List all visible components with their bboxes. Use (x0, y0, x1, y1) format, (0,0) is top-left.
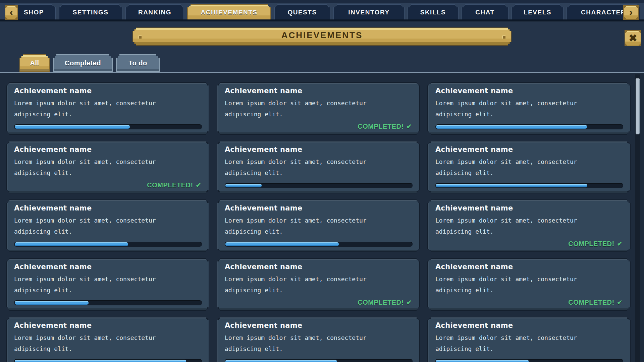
close-icon: ✖ (625, 30, 641, 46)
achievement-title: Achievement name (14, 263, 209, 271)
progress-bar-fill (436, 184, 587, 187)
nav-scroll-left-button[interactable]: ‹ (5, 5, 18, 20)
achievement-title: Achievement name (225, 321, 420, 329)
achievement-card: Achievement name Lorem ipsum dolor sit a… (217, 141, 420, 193)
achievement-title: Achievement name (435, 204, 631, 212)
nav-scroll-right-button[interactable]: › (623, 5, 639, 20)
achievement-card: Achievement name Lorem ipsum dolor sit a… (217, 82, 420, 135)
scrollbar-thumb[interactable] (636, 78, 640, 134)
achievement-card: Achievement name Lorem ipsum dolor sit a… (427, 199, 631, 252)
rivet-icon (502, 36, 505, 39)
achievement-title: Achievement name (435, 145, 631, 154)
achievement-description: Lorem ipsum dolor sit amet, consectetur … (14, 215, 178, 237)
achievement-footer: ✔ (225, 358, 413, 362)
panel-title-banner: ACHIEVEMENTS (132, 27, 512, 46)
achievement-card: Achievement name Lorem ipsum dolor sit a… (6, 82, 209, 135)
nav-tab-ranking[interactable]: RANKING (125, 4, 184, 21)
progress-bar (225, 183, 413, 188)
nav-tab-achievements[interactable]: ACHIEVEMENTS (187, 4, 271, 21)
achievement-description: Lorem ipsum dolor sit amet, consectetur … (435, 332, 600, 354)
achievement-description: Lorem ipsum dolor sit amet, consectetur … (435, 215, 600, 237)
completed-label: COMPLETED! (358, 299, 404, 306)
achievement-footer: ✔ (225, 182, 413, 189)
achievement-footer: COMPLETED! ✔ (435, 240, 623, 248)
achievement-footer: ✔ (225, 240, 413, 248)
achievement-card: Achievement name Lorem ipsum dolor sit a… (427, 317, 631, 362)
nav-tab-chat[interactable]: CHAT (462, 4, 508, 21)
progress-bar (225, 359, 413, 362)
close-button[interactable]: ✖ (625, 30, 641, 46)
progress-bar (14, 242, 202, 247)
nav-tab-inventory[interactable]: INVENTORY (333, 4, 405, 21)
completed-label: COMPLETED! (568, 299, 614, 306)
progress-bar-fill (436, 125, 587, 129)
nav-tab-shop[interactable]: SHOP (12, 4, 56, 21)
progress-bar-fill (15, 125, 130, 129)
achievement-title: Achievement name (14, 204, 209, 212)
achievements-grid: Achievement name Lorem ipsum dolor sit a… (6, 82, 631, 362)
achievement-description: Lorem ipsum dolor sit amet, consectetur … (435, 156, 600, 178)
achievement-description: Lorem ipsum dolor sit amet, consectetur … (14, 332, 178, 354)
achievement-card: Achievement name Lorem ipsum dolor sit a… (217, 199, 420, 252)
check-icon: ✔ (196, 182, 201, 189)
nav-tab-settings[interactable]: SETTINGS (59, 4, 122, 21)
progress-bar-fill (15, 360, 186, 362)
panel-header: ACHIEVEMENTS ✖ AllCompletedTo do (0, 22, 644, 73)
completed-badge: COMPLETED! ✔ (568, 299, 623, 306)
achievement-description: Lorem ipsum dolor sit amet, consectetur … (14, 274, 178, 296)
achievement-description: Lorem ipsum dolor sit amet, consectetur … (225, 274, 389, 296)
filter-tab-completed[interactable]: Completed (53, 54, 113, 72)
completed-badge: COMPLETED! ✔ (358, 299, 412, 306)
achievement-card: Achievement name Lorem ipsum dolor sit a… (6, 317, 209, 362)
progress-bar (14, 300, 202, 305)
completed-label: COMPLETED! (568, 240, 614, 248)
achievements-grid-wrap: Achievement name Lorem ipsum dolor sit a… (0, 74, 644, 362)
check-icon: ✔ (407, 299, 412, 306)
page-title: ACHIEVEMENTS (132, 27, 512, 43)
achievements-screen: SHOPSETTINGSRANKINGACHIEVEMENTSQUESTSINV… (0, 0, 644, 362)
achievement-footer: COMPLETED! ✔ (435, 299, 623, 306)
chevron-left-icon: ‹ (5, 5, 18, 20)
nav-tabs: SHOPSETTINGSRANKINGACHIEVEMENTSQUESTSINV… (12, 4, 640, 21)
scrollbar-track[interactable] (635, 74, 640, 362)
progress-bar (225, 242, 413, 247)
achievement-title: Achievement name (14, 321, 209, 329)
rivet-icon (139, 36, 142, 39)
check-icon: ✔ (617, 241, 623, 247)
progress-bar (14, 124, 202, 129)
achievement-title: Achievement name (435, 87, 631, 95)
completed-badge: COMPLETED! ✔ (147, 181, 201, 189)
achievement-footer: COMPLETED! ✔ (14, 182, 202, 189)
chevron-right-icon: › (623, 5, 639, 20)
achievement-description: Lorem ipsum dolor sit amet, consectetur … (14, 98, 178, 120)
achievement-card: Achievement name Lorem ipsum dolor sit a… (6, 141, 209, 193)
achievement-footer: COMPLETED! ✔ (225, 299, 413, 306)
nav-tab-quests[interactable]: QUESTS (274, 4, 330, 21)
progress-bar (14, 359, 202, 362)
filter-tab-all[interactable]: All (19, 54, 50, 72)
achievement-title: Achievement name (225, 204, 420, 212)
achievement-title: Achievement name (225, 145, 420, 154)
progress-bar (435, 183, 623, 188)
completed-label: COMPLETED! (147, 181, 193, 189)
achievement-card: Achievement name Lorem ipsum dolor sit a… (6, 258, 209, 311)
achievement-title: Achievement name (14, 87, 209, 95)
nav-tab-levels[interactable]: LEVELS (512, 4, 564, 21)
achievement-description: Lorem ipsum dolor sit amet, consectetur … (225, 332, 389, 354)
achievement-footer: ✔ (435, 182, 623, 189)
progress-bar-fill (15, 301, 89, 305)
nav-tab-skills[interactable]: SKILLS (408, 4, 459, 21)
achievement-description: Lorem ipsum dolor sit amet, consectetur … (225, 215, 389, 237)
check-icon: ✔ (617, 299, 623, 306)
achievement-description: Lorem ipsum dolor sit amet, consectetur … (435, 98, 600, 120)
filter-tab-to-do[interactable]: To do (116, 54, 160, 72)
completed-badge: COMPLETED! ✔ (358, 123, 412, 130)
achievement-footer: ✔ (14, 123, 202, 130)
achievement-footer: ✔ (14, 358, 202, 362)
achievement-description: Lorem ipsum dolor sit amet, consectetur … (14, 156, 178, 178)
achievement-footer: ✔ (14, 240, 202, 248)
progress-bar (435, 124, 623, 129)
achievement-title: Achievement name (435, 263, 631, 271)
achievement-title: Achievement name (14, 145, 209, 154)
achievement-card: Achievement name Lorem ipsum dolor sit a… (6, 199, 209, 252)
